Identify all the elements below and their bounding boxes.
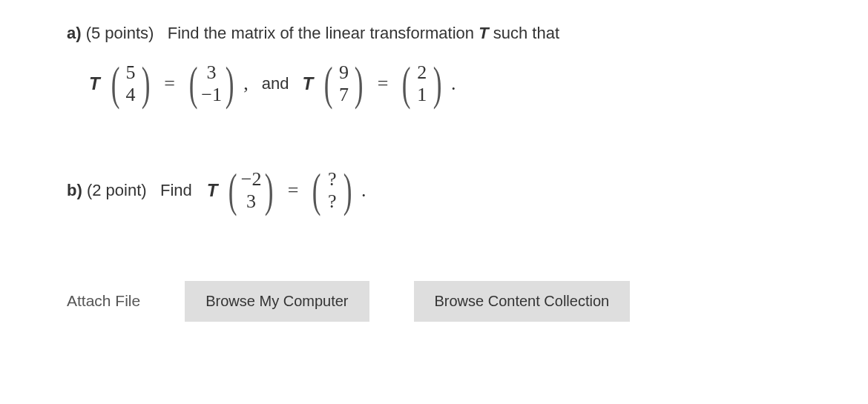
vector-out-b: ( ? ? ) bbox=[309, 167, 355, 214]
part-a-math: T ( 5 4 ) = ( 3 −1 ) , and T ( 9 7 bbox=[89, 60, 801, 107]
part-a-text-after: such that bbox=[493, 24, 559, 42]
question-page: a) (5 points) Find the matrix of the lin… bbox=[0, 0, 868, 322]
vector-out-1: ( 3 −1 ) bbox=[185, 60, 237, 107]
browse-content-collection-button[interactable]: Browse Content Collection bbox=[414, 281, 631, 322]
equals: = bbox=[164, 73, 175, 95]
T-symbol: T bbox=[207, 180, 218, 201]
vbo-bot: ? bbox=[328, 191, 337, 213]
T-symbol: T bbox=[302, 73, 313, 94]
period: . bbox=[451, 73, 456, 95]
lparen-icon: ( bbox=[324, 60, 333, 107]
equals: = bbox=[288, 179, 299, 202]
rparen-icon: ) bbox=[355, 60, 364, 107]
v1o-top: 3 bbox=[207, 62, 217, 84]
lparen-icon: ( bbox=[312, 167, 321, 214]
attach-file-row: Attach File Browse My Computer Browse Co… bbox=[67, 281, 801, 322]
rparen-icon: ) bbox=[265, 167, 274, 214]
v2o-top: 2 bbox=[417, 62, 427, 84]
part-b: b) (2 point) Find T ( −2 3 ) = ( ? ? ) . bbox=[67, 167, 801, 214]
part-b-points: (2 point) bbox=[87, 181, 147, 199]
vb-top: −2 bbox=[241, 168, 262, 191]
comma: , bbox=[243, 73, 249, 95]
v2-bot: 7 bbox=[339, 84, 349, 106]
vector-in-b: ( −2 3 ) bbox=[225, 167, 277, 214]
v1o-bot: −1 bbox=[201, 84, 222, 106]
lparen-icon: ( bbox=[189, 60, 198, 107]
lparen-icon: ( bbox=[111, 60, 119, 107]
v2o-bot: 1 bbox=[417, 84, 427, 106]
v1-top: 5 bbox=[125, 62, 135, 84]
part-b-label: b) bbox=[67, 181, 82, 199]
transform-T: T bbox=[479, 24, 488, 42]
vb-bot: 3 bbox=[246, 191, 256, 213]
part-a-prompt: a) (5 points) Find the matrix of the lin… bbox=[67, 22, 801, 45]
lparen-icon: ( bbox=[228, 167, 237, 214]
period: . bbox=[361, 179, 366, 202]
v1-bot: 4 bbox=[125, 84, 135, 106]
vbo-top: ? bbox=[328, 168, 337, 191]
part-b-prompt: Find bbox=[160, 181, 192, 199]
rparen-icon: ) bbox=[343, 167, 352, 214]
rparen-icon: ) bbox=[142, 60, 151, 107]
attach-file-label: Attach File bbox=[67, 292, 140, 310]
T-symbol: T bbox=[89, 73, 100, 94]
lparen-icon: ( bbox=[402, 60, 411, 107]
part-a-points: (5 points) bbox=[86, 24, 154, 42]
joiner-and: and bbox=[262, 74, 289, 93]
vector-in-1: ( 5 4 ) bbox=[108, 60, 154, 107]
rparen-icon: ) bbox=[226, 60, 234, 107]
part-a-text-before: Find the matrix of the linear transforma… bbox=[168, 24, 479, 42]
vector-in-2: ( 9 7 ) bbox=[320, 60, 367, 107]
rparen-icon: ) bbox=[433, 60, 442, 107]
part-a-label: a) bbox=[67, 24, 82, 42]
v2-top: 9 bbox=[339, 62, 349, 84]
vector-out-2: ( 2 1 ) bbox=[398, 60, 445, 107]
browse-my-computer-button[interactable]: Browse My Computer bbox=[185, 281, 369, 322]
equals: = bbox=[378, 73, 389, 95]
